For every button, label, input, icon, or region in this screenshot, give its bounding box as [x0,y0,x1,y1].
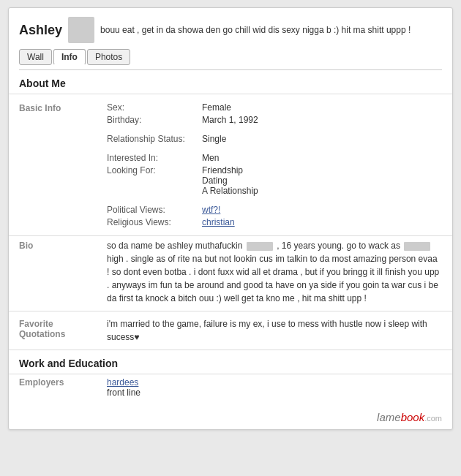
work-content: hardees front line [107,377,140,398]
bio-redacted-2 [404,242,430,251]
basic-info-row: Basic Info Sex: Female Birthday: March 1… [19,100,442,230]
political-views-field: Political Views: wtf?! [107,205,442,215]
birthday-label: Birthday: [107,115,202,125]
employers-section: Employers hardees front line [9,374,452,407]
looking-for-label: Looking For: [107,165,202,196]
brand-book: book [401,411,425,423]
looking-for-field: Looking For: Friendship Dating A Relatio… [107,165,442,196]
quotations-block: Favorite Quotations i'm married to the g… [9,311,452,350]
tab-info[interactable]: Info [53,49,86,65]
avatar [68,17,94,43]
basic-info-block: Basic Info Sex: Female Birthday: March 1… [9,94,452,235]
interested-in-value: Men [202,153,219,163]
looking-for-values: Friendship Dating A Relationship [202,165,258,196]
basic-info-label: Basic Info [19,102,107,227]
footer-brand: lamebook.com [9,407,452,429]
sex-value: Female [202,102,231,113]
work-position: front line [107,388,140,398]
profile-card: Ashley bouu eat , get in da showa den go… [8,7,453,430]
employers-label: Employers [19,377,107,398]
quotations-content: i'm married to the game, failure is my e… [107,317,442,344]
bio-block: Bio so da name be ashley muthafuckin , 1… [9,236,452,311]
political-views-label: Political Views: [107,205,202,215]
interested-in-field: Interested In: Men [107,153,442,163]
bio-text-2: , 16 years young. go to wack as [277,241,400,251]
profile-tabs: Wall Info Photos [9,49,452,69]
looking-for-3: A Relationship [202,186,258,196]
basic-info-fields: Sex: Female Birthday: March 1, 1992 Rela… [107,102,442,227]
relationship-status-value: Single [202,134,226,144]
birthday-value: March 1, 1992 [202,115,258,125]
bio-text-3: high . single as of rite na but not look… [107,254,439,303]
profile-status: bouu eat , get in da showa den go chill … [100,25,442,35]
sex-label: Sex: [107,102,202,113]
bio-text-1: so da name be ashley muthafuckin [107,241,242,251]
religious-views-label: Religious Views: [107,217,202,227]
religious-views-value[interactable]: christian [202,217,235,227]
tab-wall[interactable]: Wall [19,49,52,65]
quotations-label: Favorite Quotations [19,317,107,344]
work-education-title: Work and Education [9,350,452,374]
religious-views-field: Religious Views: christian [107,217,442,227]
relationship-status-field: Relationship Status: Single [107,134,442,144]
bio-label: Bio [19,239,107,305]
brand-com: .com [424,414,442,423]
political-views-value[interactable]: wtf?! [202,205,220,215]
brand-lame: lame [377,411,401,423]
employer-name[interactable]: hardees [107,377,140,388]
birthday-field: Birthday: March 1, 1992 [107,115,442,125]
relationship-status-label: Relationship Status: [107,134,202,144]
profile-header: Ashley bouu eat , get in da showa den go… [9,8,452,49]
looking-for-1: Friendship [202,165,258,175]
tab-photos[interactable]: Photos [87,49,130,65]
about-me-title: About Me [9,70,452,94]
sex-field: Sex: Female [107,102,442,113]
bio-content: so da name be ashley muthafuckin , 16 ye… [107,239,442,305]
profile-name: Ashley [19,23,62,38]
looking-for-2: Dating [202,175,258,186]
interested-in-label: Interested In: [107,153,202,163]
bio-redacted-1 [247,242,273,251]
